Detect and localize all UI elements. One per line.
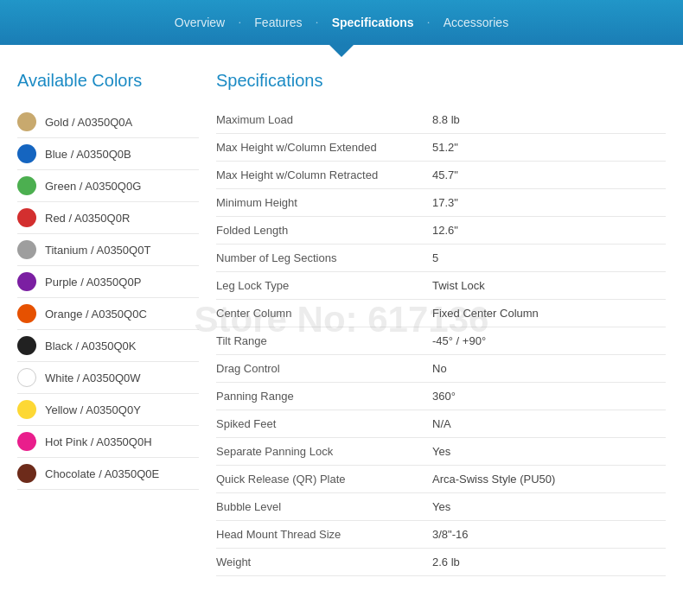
spec-row: Tilt Range-45° / +90°	[216, 327, 666, 355]
spec-row: Number of Leg Sections5	[216, 244, 666, 272]
spec-value: 17.3"	[432, 196, 458, 209]
spec-value: 3/8"-16	[432, 528, 468, 541]
color-item[interactable]: Titanium / A0350Q0T	[17, 234, 199, 266]
color-item[interactable]: White / A0350Q0W	[17, 362, 199, 394]
color-label: Black / A0350Q0K	[45, 340, 137, 352]
nav-dot: •	[428, 20, 430, 25]
nav-dot: •	[316, 20, 318, 25]
spec-value: Yes	[432, 445, 450, 458]
color-item[interactable]: Blue / A0350Q0B	[17, 138, 199, 170]
color-label: Green / A0350Q0G	[45, 180, 141, 193]
spec-row: Drag ControlNo	[216, 355, 666, 383]
spec-value: 360°	[432, 390, 456, 403]
color-swatch	[17, 368, 36, 387]
color-item[interactable]: Purple / A0350Q0P	[17, 266, 199, 298]
nav-item-specifications[interactable]: Specifications	[325, 12, 421, 33]
color-item[interactable]: Black / A0350Q0K	[17, 330, 199, 362]
colors-section: Available Colors Gold / A0350Q0ABlue / A…	[17, 71, 216, 576]
nav-item-accessories[interactable]: Accessories	[437, 12, 515, 33]
spec-value: 2.6 lb	[432, 556, 460, 568]
spec-row: Separate Panning LockYes	[216, 438, 666, 466]
spec-value: Yes	[432, 500, 450, 513]
color-swatch	[17, 176, 36, 195]
nav-arrow	[329, 45, 354, 57]
color-swatch	[17, 144, 36, 163]
color-item[interactable]: Hot Pink / A0350Q0H	[17, 426, 199, 458]
color-label: Titanium / A0350Q0T	[45, 244, 150, 257]
nav-dot: •	[239, 20, 240, 25]
spec-row: Weight2.6 lb	[216, 549, 666, 576]
color-swatch	[17, 240, 36, 259]
color-label: Yellow / A0350Q0Y	[45, 403, 141, 416]
spec-label: Folded Length	[216, 224, 432, 237]
spec-label: Spiked Feet	[216, 417, 432, 430]
spec-label: Max Height w/Column Retracted	[216, 168, 432, 181]
spec-label: Maximum Load	[216, 113, 432, 126]
color-label: Orange / A0350Q0C	[45, 308, 147, 321]
spec-value: No	[432, 362, 447, 375]
spec-label: Quick Release (QR) Plate	[216, 473, 432, 486]
spec-label: Leg Lock Type	[216, 279, 432, 292]
color-item[interactable]: Orange / A0350Q0C	[17, 298, 199, 330]
color-swatch	[17, 208, 36, 227]
color-swatch	[17, 112, 36, 131]
color-list: Gold / A0350Q0ABlue / A0350Q0BGreen / A0…	[17, 106, 199, 490]
spec-label: Bubble Level	[216, 500, 432, 513]
spec-row: Minimum Height17.3"	[216, 189, 666, 217]
color-item[interactable]: Green / A0350Q0G	[17, 170, 199, 202]
nav-item-features[interactable]: Features	[247, 12, 309, 33]
color-swatch	[17, 336, 36, 355]
spec-value: 12.6"	[432, 224, 458, 237]
color-label: Gold / A0350Q0A	[45, 116, 132, 129]
specs-section: Specifications Maximum Load8.8 lbMax Hei…	[216, 71, 666, 576]
spec-label: Minimum Height	[216, 196, 432, 209]
spec-row: Max Height w/Column Extended51.2"	[216, 134, 666, 162]
spec-label: Head Mount Thread Size	[216, 528, 432, 541]
spec-row: Quick Release (QR) PlateArca-Swiss Style…	[216, 466, 666, 493]
color-swatch	[17, 464, 36, 483]
spec-label: Max Height w/Column Extended	[216, 141, 432, 154]
color-item[interactable]: Gold / A0350Q0A	[17, 106, 199, 138]
spec-label: Separate Panning Lock	[216, 445, 432, 458]
color-label: Red / A0350Q0R	[45, 212, 130, 225]
color-item[interactable]: Red / A0350Q0R	[17, 202, 199, 234]
spec-row: Spiked FeetN/A	[216, 410, 666, 438]
color-swatch	[17, 272, 36, 291]
color-swatch	[17, 304, 36, 323]
color-label: White / A0350Q0W	[45, 372, 141, 384]
spec-value: Twist Lock	[432, 279, 485, 292]
color-item[interactable]: Yellow / A0350Q0Y	[17, 394, 199, 426]
nav-item-overview[interactable]: Overview	[168, 12, 232, 33]
color-label: Purple / A0350Q0P	[45, 276, 141, 289]
color-swatch	[17, 432, 36, 451]
spec-row: Center ColumnFixed Center Column	[216, 300, 666, 327]
spec-value: 8.8 lb	[432, 113, 460, 126]
colors-title: Available Colors	[17, 71, 199, 91]
spec-value: Fixed Center Column	[432, 307, 539, 320]
color-label: Blue / A0350Q0B	[45, 148, 131, 161]
spec-value: 45.7"	[432, 168, 458, 181]
spec-row: Folded Length12.6"	[216, 217, 666, 244]
spec-row: Max Height w/Column Retracted45.7"	[216, 162, 666, 189]
nav-items: Overview•Features•Specifications•Accesso…	[168, 12, 515, 33]
spec-row: Maximum Load8.8 lb	[216, 106, 666, 134]
spec-row: Leg Lock TypeTwist Lock	[216, 272, 666, 300]
spec-label: Panning Range	[216, 390, 432, 403]
spec-value: N/A	[432, 417, 451, 430]
color-label: Hot Pink / A0350Q0H	[45, 435, 152, 448]
spec-list: Maximum Load8.8 lbMax Height w/Column Ex…	[216, 106, 666, 576]
spec-label: Tilt Range	[216, 334, 432, 347]
spec-label: Center Column	[216, 307, 432, 320]
color-label: Chocolate / A0350Q0E	[45, 467, 159, 480]
spec-row: Head Mount Thread Size3/8"-16	[216, 521, 666, 549]
spec-row: Bubble LevelYes	[216, 493, 666, 521]
color-swatch	[17, 400, 36, 419]
spec-value: 51.2"	[432, 141, 458, 154]
spec-label: Weight	[216, 556, 432, 568]
color-item[interactable]: Chocolate / A0350Q0E	[17, 458, 199, 490]
spec-value: 5	[432, 251, 438, 264]
nav-bar: Overview•Features•Specifications•Accesso…	[0, 0, 683, 45]
spec-value: -45° / +90°	[432, 334, 486, 347]
specs-title: Specifications	[216, 71, 666, 91]
spec-value: Arca-Swiss Style (PU50)	[432, 473, 555, 486]
